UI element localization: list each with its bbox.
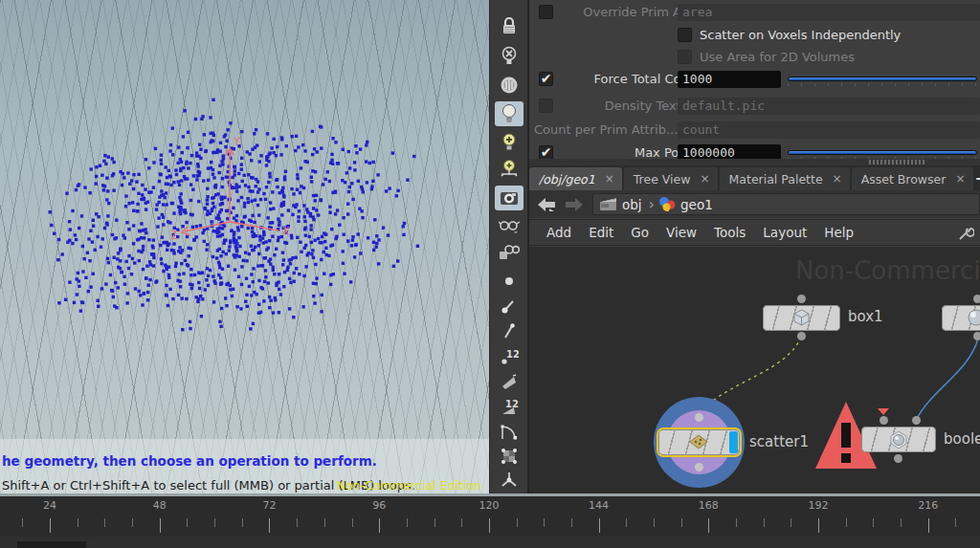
scatter1-input-dot[interactable] bbox=[695, 413, 703, 422]
box1-input-dot[interactable] bbox=[797, 295, 806, 303]
override-prim-area-field[interactable]: area bbox=[678, 4, 980, 21]
houdini-window: Y X Z he geometry, then choose an operat… bbox=[0, 0, 980, 548]
camera-icon[interactable] bbox=[495, 186, 523, 210]
curve-handle-icon[interactable] bbox=[495, 421, 523, 446]
timeline-minor-tick bbox=[104, 518, 105, 527]
number-12-point-icon[interactable]: 12 bbox=[495, 344, 523, 369]
back-arrow-icon[interactable] bbox=[536, 196, 557, 213]
param-label: Use Area for 2D Volumes bbox=[700, 49, 855, 66]
breadcrumb[interactable]: obj › geo1 bbox=[592, 193, 980, 215]
bulb-pin-icon[interactable] bbox=[495, 157, 523, 182]
tab--obj-geo1[interactable]: /obj/geo1× bbox=[529, 167, 622, 190]
menu-layout[interactable]: Layout bbox=[763, 225, 807, 240]
edge-node-output-dot[interactable] bbox=[973, 332, 980, 340]
timeline-minor-tick bbox=[22, 518, 23, 527]
bulb-icon[interactable] bbox=[495, 101, 523, 126]
axis-label-z: Z bbox=[170, 229, 177, 242]
current-frame-box[interactable] bbox=[17, 541, 86, 548]
bulb-plus-icon[interactable] bbox=[495, 130, 523, 155]
count-per-prim-field[interactable]: count bbox=[678, 121, 980, 139]
scatter-voxels-checkbox[interactable] bbox=[678, 28, 692, 42]
brush-flag-icon[interactable] bbox=[495, 370, 523, 395]
edge-node-input-dot[interactable] bbox=[973, 295, 980, 303]
max-points-checkbox[interactable]: ✔ bbox=[539, 145, 553, 160]
override-prim-area-checkbox[interactable] bbox=[539, 5, 553, 19]
origin-axis-gizmo bbox=[182, 148, 278, 235]
scatter1-output-dot[interactable] bbox=[695, 463, 703, 471]
node-label-box1: box1 bbox=[848, 308, 883, 325]
pane-tab-bar: /obj/geo1×Tree View×Material Palette×Ass… bbox=[529, 165, 980, 190]
brush-dot-icon[interactable] bbox=[495, 294, 523, 318]
param-row-use-area-2d: Use Area for 2D Volumes bbox=[529, 49, 980, 66]
boolean-input-dot-a[interactable] bbox=[880, 416, 888, 425]
timeline-minor-tick bbox=[132, 518, 133, 527]
clipped-top-icon[interactable] bbox=[495, 0, 523, 8]
obj-network-icon bbox=[599, 196, 618, 212]
breadcrumb-root[interactable]: obj bbox=[622, 197, 642, 212]
viewport-toolbar: 1212 bbox=[489, 0, 529, 493]
menu-edit[interactable]: Edit bbox=[589, 225, 613, 240]
dial-icon[interactable] bbox=[495, 73, 523, 98]
lock-icon[interactable] bbox=[495, 13, 523, 38]
timeline-minor-tick bbox=[407, 518, 408, 527]
density-texture-field[interactable]: default.pic bbox=[678, 98, 980, 115]
tab-close-icon[interactable]: × bbox=[955, 172, 965, 186]
number-12-prim-icon[interactable]: 12 bbox=[495, 395, 523, 420]
network-menu-bar: AddEditGoViewToolsLayoutHelp bbox=[529, 219, 980, 246]
node-label-boolean1: boolean1 bbox=[944, 430, 980, 448]
new-tab-button[interactable]: + bbox=[975, 167, 980, 190]
param-scrollbar[interactable] bbox=[529, 159, 980, 165]
tab-close-icon[interactable]: × bbox=[833, 172, 842, 186]
force-total-count-checkbox[interactable]: ✔ bbox=[539, 72, 553, 86]
viewport-watermark: Non-Commercial Edition bbox=[337, 478, 481, 493]
bulb-x-icon[interactable] bbox=[495, 44, 523, 69]
breadcrumb-separator-icon: › bbox=[649, 195, 655, 213]
tab-asset-browser[interactable]: Asset Browser× bbox=[852, 167, 973, 190]
glasses-box-icon[interactable] bbox=[495, 240, 523, 265]
menu-help[interactable]: Help bbox=[824, 225, 854, 240]
menu-add[interactable]: Add bbox=[546, 225, 571, 240]
checker-selection-icon[interactable] bbox=[495, 444, 523, 469]
density-texture-checkbox[interactable] bbox=[539, 99, 553, 113]
param-label: Scatter on Voxels Independently bbox=[700, 27, 901, 44]
timeline-frame-label: 48 bbox=[153, 499, 167, 512]
box1-output-dot[interactable] bbox=[797, 332, 806, 340]
node-label-scatter1: scatter1 bbox=[749, 433, 809, 450]
timeline-frame-label: 192 bbox=[809, 499, 829, 512]
boolean-output-dot[interactable] bbox=[894, 454, 902, 463]
timeline-minor-tick bbox=[791, 518, 791, 527]
menu-tools[interactable]: Tools bbox=[714, 225, 746, 240]
tab-close-icon[interactable]: × bbox=[700, 172, 709, 186]
scene-viewport[interactable]: Y X Z he geometry, then choose an operat… bbox=[0, 0, 489, 493]
point-icon[interactable] bbox=[495, 269, 523, 294]
use-area-2d-checkbox[interactable] bbox=[678, 50, 692, 64]
menu-view[interactable]: View bbox=[666, 225, 697, 240]
timeline-minor-tick bbox=[681, 518, 682, 527]
timeline-minor-tick bbox=[955, 518, 956, 527]
scatter-points bbox=[49, 99, 420, 332]
scatter1-display-flag[interactable] bbox=[729, 431, 738, 453]
force-total-count-slider[interactable] bbox=[788, 71, 977, 88]
forward-arrow-icon[interactable] bbox=[564, 196, 585, 213]
timeline-minor-tick bbox=[736, 518, 737, 527]
tab-close-icon[interactable]: × bbox=[605, 172, 614, 186]
node-boolean1[interactable] bbox=[861, 427, 936, 452]
param-row-count-per-prim: Count per Prim Attrib... count bbox=[529, 121, 980, 139]
menu-go[interactable]: Go bbox=[631, 225, 649, 240]
network-editor[interactable]: Non-Commercial Edition box1 bbox=[529, 247, 980, 493]
tab-material-palette[interactable]: Material Palette× bbox=[720, 167, 850, 190]
tab-tree-view[interactable]: Tree View× bbox=[624, 167, 718, 190]
viewport-message-bar: he geometry, then choose an operation to… bbox=[0, 439, 489, 493]
boolean-input-dot-b[interactable] bbox=[912, 416, 921, 425]
timeline-minor-tick bbox=[352, 518, 353, 527]
breadcrumb-current[interactable]: geo1 bbox=[680, 197, 713, 212]
node-scatter1[interactable] bbox=[658, 429, 740, 455]
wrench-icon[interactable] bbox=[957, 225, 974, 242]
playbar-timeline[interactable]: 24487296120144168192216 bbox=[0, 496, 980, 537]
glasses-icon[interactable] bbox=[495, 214, 523, 239]
pen-icon[interactable] bbox=[495, 319, 523, 344]
node-box1[interactable] bbox=[763, 305, 840, 331]
timeline-frame-label: 168 bbox=[699, 499, 719, 512]
force-total-count-field[interactable]: 1000 bbox=[678, 71, 781, 88]
node-partial-right[interactable] bbox=[942, 305, 980, 331]
